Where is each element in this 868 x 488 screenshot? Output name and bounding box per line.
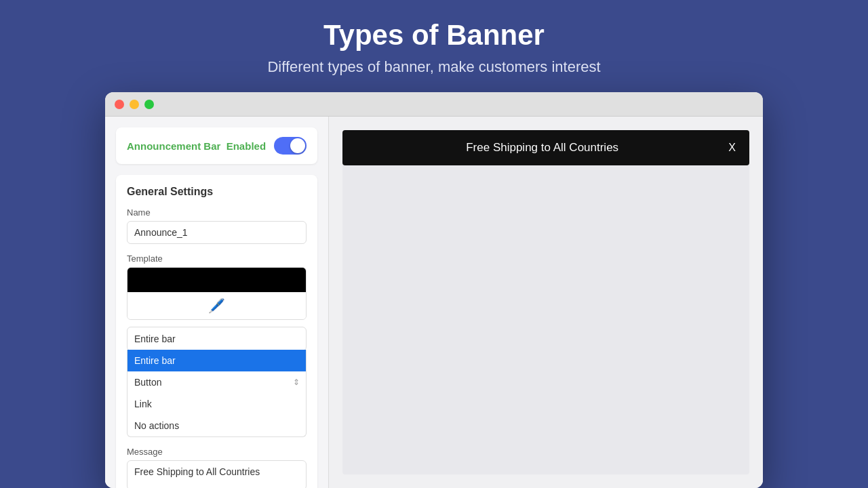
minimize-window-button[interactable] bbox=[130, 100, 139, 109]
name-field-label: Name bbox=[127, 207, 307, 218]
announcement-bar-toggle[interactable] bbox=[274, 137, 307, 155]
close-window-button[interactable] bbox=[115, 100, 124, 109]
template-icon-bar: 🖊️ bbox=[127, 292, 306, 319]
banner-text: Free Shipping to All Countries bbox=[356, 141, 728, 155]
page-subtitle: Different types of banner, make customer… bbox=[267, 58, 600, 76]
right-panel: Free Shipping to All Countries X bbox=[329, 117, 763, 488]
template-black-bar bbox=[127, 268, 306, 292]
dropdown-selected-label: Entire bar bbox=[134, 333, 176, 344]
template-dropdown-container: Entire bar ⇕ Entire bar Button Link No a… bbox=[127, 327, 307, 437]
dropdown-option-no-actions[interactable]: No actions bbox=[127, 415, 306, 436]
settings-title: General Settings bbox=[127, 186, 307, 198]
left-panel: Announcement Bar Enabled General Setting… bbox=[105, 117, 329, 488]
preview-body bbox=[342, 165, 749, 474]
dropdown-options-list: Entire bar Button Link No actions bbox=[127, 350, 307, 437]
toggle-track bbox=[274, 137, 307, 155]
toggle-thumb bbox=[290, 138, 305, 153]
message-textarea[interactable]: Free Shipping to All Countries bbox=[127, 460, 307, 488]
announcement-bar-label: Announcement Bar Enabled bbox=[127, 140, 266, 152]
template-field-label: Template bbox=[127, 253, 307, 264]
message-section: Message Free Shipping to All Countries bbox=[127, 447, 307, 488]
message-field-label: Message bbox=[127, 447, 307, 457]
mac-window: Announcement Bar Enabled General Setting… bbox=[105, 92, 763, 488]
dropdown-option-button[interactable]: Button bbox=[127, 371, 306, 393]
template-preview: 🖊️ bbox=[127, 267, 307, 320]
template-icon: 🖊️ bbox=[208, 298, 225, 314]
template-section: Template 🖊️ bbox=[127, 253, 307, 320]
preview-banner: Free Shipping to All Countries X bbox=[342, 130, 749, 165]
template-dropdown[interactable]: Entire bar bbox=[127, 327, 307, 351]
page-title: Types of Banner bbox=[323, 19, 545, 52]
dropdown-option-entire-bar[interactable]: Entire bar bbox=[127, 350, 306, 371]
mac-titlebar bbox=[105, 92, 763, 117]
name-input[interactable] bbox=[127, 221, 307, 244]
window-content: Announcement Bar Enabled General Setting… bbox=[105, 117, 763, 488]
general-settings-panel: General Settings Name Template 🖊️ bbox=[116, 175, 317, 488]
maximize-window-button[interactable] bbox=[144, 100, 154, 109]
dropdown-option-link[interactable]: Link bbox=[127, 393, 306, 415]
announcement-bar-toggle-row: Announcement Bar Enabled bbox=[116, 127, 317, 164]
banner-close-button[interactable]: X bbox=[728, 142, 736, 154]
